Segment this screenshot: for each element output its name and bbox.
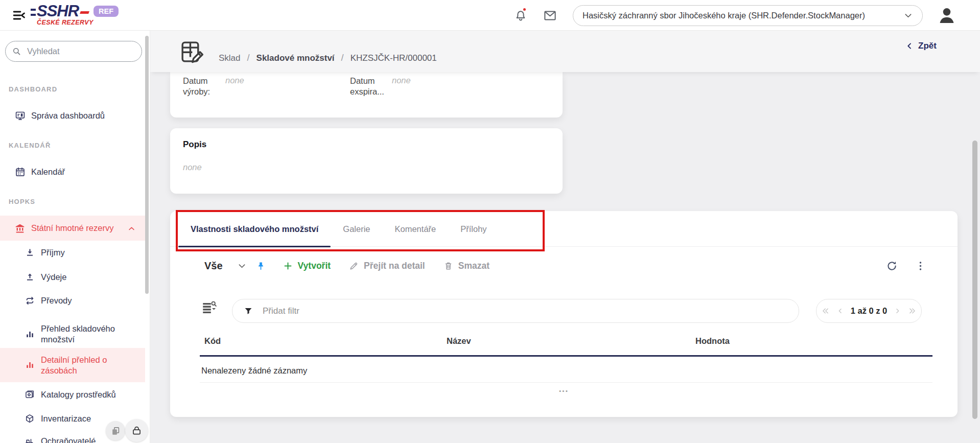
pencil-icon xyxy=(349,261,359,271)
main-scrollbar[interactable] xyxy=(972,141,977,419)
create-button[interactable]: Vytvořit xyxy=(283,261,331,271)
previous-page-button[interactable] xyxy=(836,307,844,315)
logo-text: SSHR xyxy=(37,4,94,19)
page-header xyxy=(150,31,980,72)
messages-button[interactable] xyxy=(543,9,557,25)
app-logo: SSHR ČESKÉ REZERVY xyxy=(37,4,94,26)
top-bar: SSHR ČESKÉ REZERVY REF Hasičský záchrann… xyxy=(0,0,980,31)
lock-icon xyxy=(131,425,142,436)
add-filter-input[interactable] xyxy=(262,306,721,317)
sidebar-item-label: Katalogy prostředků xyxy=(41,389,116,400)
sidebar-item-label: Správa dashboardů xyxy=(31,110,105,121)
popis-card-value: none xyxy=(183,162,202,172)
column-header-kod[interactable]: Kód xyxy=(204,336,221,346)
logo-speedlines xyxy=(31,9,36,16)
chevron-down-icon xyxy=(903,11,913,20)
empty-table-message: Nenalezeny žádné záznamy xyxy=(201,366,307,376)
column-settings-button[interactable] xyxy=(202,300,217,318)
organization-selector[interactable]: Hasičský záchranný sbor Jihočeského kraj… xyxy=(573,5,923,26)
sidebar-item-detailni-prehled-o-zasobach[interactable]: Detailní přehled o zásobách xyxy=(0,348,145,382)
upload-icon xyxy=(24,272,35,282)
density-icon xyxy=(202,300,217,316)
sidebar-scrollbar[interactable] xyxy=(145,36,149,294)
user-menu-button[interactable] xyxy=(937,6,956,27)
lock-button[interactable] xyxy=(125,419,148,442)
tab-bar: Vlastnosti skladového množství Galerie K… xyxy=(178,211,499,247)
notifications-button[interactable] xyxy=(514,9,527,25)
last-page-button[interactable] xyxy=(908,307,917,315)
sidebar-item-label: Přehled skladového množství xyxy=(41,323,139,345)
copy-button[interactable] xyxy=(106,421,125,440)
pagination: 1 až 0 z 0 xyxy=(816,299,922,323)
sidebar-item-prehled-skladoveho-mnozstvi[interactable]: Přehled skladového množství xyxy=(0,319,145,349)
inventory-icon xyxy=(24,413,35,424)
sidebar-item-prevody[interactable]: Převody xyxy=(0,288,145,313)
copy-icon xyxy=(111,426,121,436)
tab-vlastnosti-skladoveho-mnozstvi[interactable]: Vlastnosti skladového množství xyxy=(178,211,331,247)
tab-prilohy[interactable]: Přílohy xyxy=(448,211,499,247)
kebab-menu-icon[interactable] xyxy=(915,260,926,272)
mail-icon xyxy=(543,9,557,22)
download-icon xyxy=(24,248,35,258)
go-to-detail-label: Přejít na detail xyxy=(364,261,425,271)
field-label: Datum exspira... xyxy=(350,76,391,97)
sidebar-item-label: Kalendář xyxy=(31,167,65,177)
logo-subtitle: ČESKÉ REZERVY xyxy=(37,19,94,26)
app-root: SSHR ČESKÉ REZERVY REF Hasičský záchrann… xyxy=(0,0,980,443)
sidebar-item-vydeje[interactable]: Výdeje xyxy=(0,265,145,289)
sidebar-item-label: Detailní přehled o zásobách xyxy=(41,355,139,376)
next-page-button[interactable] xyxy=(894,307,901,315)
refresh-icon[interactable] xyxy=(886,260,898,272)
sidebar-search[interactable] xyxy=(5,41,142,62)
back-button[interactable]: Zpět xyxy=(905,41,937,51)
delete-button[interactable]: Smazat xyxy=(444,261,489,271)
first-page-button[interactable] xyxy=(821,307,830,315)
column-header-nazev[interactable]: Název xyxy=(447,336,471,346)
table-header-divider xyxy=(200,355,932,357)
tab-komentare[interactable]: Komentáře xyxy=(383,211,449,247)
field-value: none xyxy=(225,76,244,85)
popis-card: Popis none xyxy=(170,128,563,194)
sidebar-item-sprava-dashboardu[interactable]: Správa dashboardů xyxy=(0,103,145,128)
filter-bar[interactable] xyxy=(232,299,799,323)
tab-galerie[interactable]: Galerie xyxy=(331,211,382,247)
sidebar: DASHBOARD Správa dashboardů KALENDÁŘ Kal… xyxy=(0,31,150,443)
sidebar-item-statni-hmotne-rezervy[interactable]: Státní hmotné rezervy xyxy=(0,216,145,241)
search-input[interactable] xyxy=(26,46,123,57)
protector-icon xyxy=(24,436,35,443)
breadcrumb-separator: / xyxy=(247,53,250,63)
go-to-detail-button[interactable]: Přejít na detail xyxy=(349,261,425,271)
breadcrumb: Sklad / Skladové množství / KHZSJČK-HR/0… xyxy=(219,53,437,63)
section-label-hopks: HOPKS xyxy=(9,198,35,205)
chevron-left-icon xyxy=(905,42,914,50)
delete-button-label: Smazat xyxy=(458,261,489,271)
sidebar-item-katalogy-prostredku[interactable]: Katalogy prostředků xyxy=(0,382,145,407)
sidebar-item-kalendar[interactable]: Kalendář xyxy=(0,159,145,184)
caret-up-icon[interactable] xyxy=(128,225,135,232)
back-button-label: Zpět xyxy=(918,41,937,51)
sidebar-item-label: Inventarizace xyxy=(41,413,91,424)
breadcrumb-skladove-mnozstvi[interactable]: Skladové množství xyxy=(256,53,335,63)
sidebar-item-prijmy[interactable]: Příjmy xyxy=(0,240,145,265)
breadcrumb-sklad[interactable]: Sklad xyxy=(219,53,241,63)
column-header-hodnota[interactable]: Hodnota xyxy=(695,336,730,346)
avatar-icon xyxy=(937,6,956,25)
bank-icon xyxy=(14,223,26,234)
pin-view-icon[interactable] xyxy=(256,261,266,271)
plus-icon xyxy=(283,261,293,271)
collapse-sidebar-button[interactable] xyxy=(10,8,28,25)
notification-dot xyxy=(522,7,527,12)
breadcrumb-current: KHZSJČK-HR/000001 xyxy=(351,53,437,63)
view-selector[interactable]: Vše xyxy=(204,260,223,272)
catalog-icon xyxy=(24,389,35,400)
transfer-icon xyxy=(24,296,35,306)
overflow-indicator: ... xyxy=(548,383,579,394)
ref-environment-badge: REF xyxy=(94,6,119,17)
view-selector-chevron-icon[interactable] xyxy=(237,261,247,271)
section-label-kalendar: KALENDÁŘ xyxy=(9,142,51,149)
sidebar-item-label: Příjmy xyxy=(41,247,65,258)
table-edit-icon xyxy=(179,39,204,66)
pagination-range: 1 až 0 z 0 xyxy=(851,306,888,316)
organization-selector-value: Hasičský záchranný sbor Jihočeského kraj… xyxy=(582,11,865,20)
bar-chart-icon xyxy=(24,360,35,370)
